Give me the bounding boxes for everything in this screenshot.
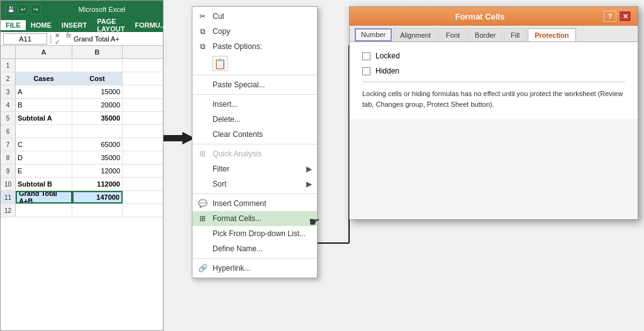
- cell-grand-total[interactable]: Grand Total A+B: [16, 191, 72, 203]
- menu-item-copy-label: Copy: [213, 27, 230, 36]
- menu-item-quick-analysis: ⊞ Quick Analysis: [192, 146, 317, 161]
- cell[interactable]: [72, 59, 123, 72]
- cell[interactable]: [16, 204, 72, 217]
- menu-item-format-cells[interactable]: ⊞ Format Cells... ☛: [192, 211, 317, 226]
- cell[interactable]: 35000: [72, 151, 123, 164]
- tab-home[interactable]: HOME: [26, 20, 57, 30]
- dialog-tabs: Number Alignment Font Border Fill Protec…: [350, 26, 638, 42]
- menu-item-define-name[interactable]: Define Name...: [192, 241, 317, 256]
- separator: [192, 144, 317, 144]
- row-num: 1: [1, 59, 16, 72]
- menu-item-paste-special[interactable]: Paste Special...: [192, 77, 317, 92]
- cell[interactable]: [16, 59, 72, 72]
- locked-label: Locked: [375, 52, 400, 60]
- menu-item-pick-label: Pick From Drop-down List...: [213, 229, 306, 238]
- window-title: Microsoft Excel: [46, 6, 158, 13]
- menu-item-sort-label: Sort: [213, 180, 226, 188]
- menu-item-cut[interactable]: ✂ Cut: [192, 9, 317, 24]
- menu-item-paste-label: Paste Options:: [213, 42, 262, 51]
- cell[interactable]: 15000: [72, 85, 123, 98]
- cell-cost-header[interactable]: Cost: [72, 72, 123, 85]
- redo-icon[interactable]: ↪: [31, 4, 41, 14]
- dialog-content: Locked Hidden Locking cells or hiding fo…: [350, 42, 638, 119]
- tab-page-layout[interactable]: PAGE LAYOUT: [92, 16, 130, 34]
- row-num: 5: [1, 112, 16, 124]
- paste-special-icon: 📋: [213, 56, 228, 71]
- menu-item-filter-label: Filter: [213, 165, 230, 173]
- cell[interactable]: 147000: [72, 191, 123, 203]
- cell[interactable]: B: [16, 99, 72, 111]
- tab-alignment[interactable]: Alignment: [393, 28, 438, 41]
- cell[interactable]: 112000: [72, 178, 123, 190]
- paste-icon: ⧉: [197, 42, 208, 51]
- table-row: 9 E 12000: [1, 165, 163, 178]
- menu-item-copy[interactable]: ⧉ Copy: [192, 24, 317, 39]
- locked-checkbox[interactable]: [362, 52, 370, 60]
- separator: [192, 94, 317, 95]
- save-icon[interactable]: 💾: [6, 4, 16, 14]
- cell[interactable]: 35000: [72, 112, 123, 124]
- hidden-checkbox[interactable]: [362, 67, 370, 75]
- cell[interactable]: 20000: [72, 99, 123, 111]
- undo-icon[interactable]: ↩: [18, 4, 28, 14]
- tab-file[interactable]: FILE: [1, 20, 26, 30]
- tab-fill[interactable]: Fill: [504, 28, 526, 41]
- cell[interactable]: [72, 125, 123, 138]
- tab-protection[interactable]: Protection: [528, 28, 575, 41]
- menu-item-delete[interactable]: Delete...: [192, 112, 317, 127]
- locked-row: Locked: [362, 52, 625, 60]
- tab-insert[interactable]: INSERT: [57, 20, 92, 30]
- cell[interactable]: D: [16, 151, 72, 164]
- cell-subtotal-b[interactable]: Subtotal B: [16, 178, 72, 190]
- submenu-arrow: ▶: [306, 180, 312, 188]
- cell[interactable]: C: [16, 138, 72, 151]
- menu-item-paste-special-label: Paste Special...: [213, 80, 265, 89]
- format-cells-icon: ⊞: [197, 214, 208, 223]
- table-row: 5 Subtotal A 35000: [1, 112, 163, 125]
- menu-item-filter[interactable]: Filter ▶: [192, 161, 317, 176]
- menu-item-pick-dropdown[interactable]: Pick From Drop-down List...: [192, 226, 317, 241]
- hidden-label: Hidden: [375, 67, 399, 75]
- cell[interactable]: A: [16, 85, 72, 98]
- tab-number[interactable]: Number: [355, 28, 392, 41]
- table-row: 4 B 20000: [1, 99, 163, 112]
- table-row: 8 D 35000: [1, 151, 163, 165]
- row-num: 7: [1, 138, 16, 151]
- spreadsheet: A B 1 2 Cases Cost 3 A 15000 4 B 20000: [1, 46, 163, 217]
- dialog-title-bar: Format Cells ? ✕: [350, 7, 638, 26]
- table-row: 6: [1, 125, 163, 138]
- menu-item-clear-label: Clear Contents: [213, 130, 263, 139]
- separator: [192, 193, 317, 194]
- cell[interactable]: E: [16, 165, 72, 177]
- cell[interactable]: 12000: [72, 165, 123, 177]
- menu-item-clear-contents[interactable]: Clear Contents: [192, 127, 317, 142]
- menu-item-paste-icon-row[interactable]: 📋: [192, 54, 317, 73]
- name-box[interactable]: [3, 33, 47, 45]
- dialog-help-button[interactable]: ?: [604, 11, 616, 22]
- row-num: 2: [1, 72, 16, 85]
- tab-font[interactable]: Font: [439, 28, 467, 41]
- corner-cell: [1, 46, 16, 58]
- menu-item-paste-options[interactable]: ⧉ Paste Options:: [192, 39, 317, 54]
- cell-subtotal-a[interactable]: Subtotal A: [16, 112, 72, 124]
- tab-border[interactable]: Border: [468, 28, 502, 41]
- menu-item-insert[interactable]: Insert...: [192, 97, 317, 112]
- dialog-close-button[interactable]: ✕: [619, 11, 631, 22]
- cell[interactable]: 65000: [72, 138, 123, 151]
- tab-formula[interactable]: FORMU...: [130, 20, 171, 30]
- formula-bar: | ✕ ✓ fx: [1, 32, 163, 46]
- separator: [192, 258, 317, 259]
- menu-item-define-name-label: Define Name...: [213, 244, 263, 253]
- menu-item-quick-analysis-label: Quick Analysis: [213, 149, 262, 158]
- menu-item-hyperlink[interactable]: 🔗 Hyperlink...: [192, 261, 317, 276]
- cell[interactable]: [72, 204, 123, 217]
- menu-item-sort[interactable]: Sort ▶: [192, 176, 317, 192]
- cell[interactable]: [16, 125, 72, 138]
- cursor-hand-icon: ☛: [309, 214, 320, 229]
- cell-cases-header[interactable]: Cases: [16, 72, 72, 85]
- table-row: 2 Cases Cost: [1, 72, 163, 85]
- row-num: 11: [1, 191, 16, 203]
- menu-item-insert-comment[interactable]: 💬 Insert Comment: [192, 196, 317, 211]
- ribbon: FILE HOME INSERT PAGE LAYOUT FORMU...: [1, 18, 163, 32]
- formula-input[interactable]: [74, 35, 160, 43]
